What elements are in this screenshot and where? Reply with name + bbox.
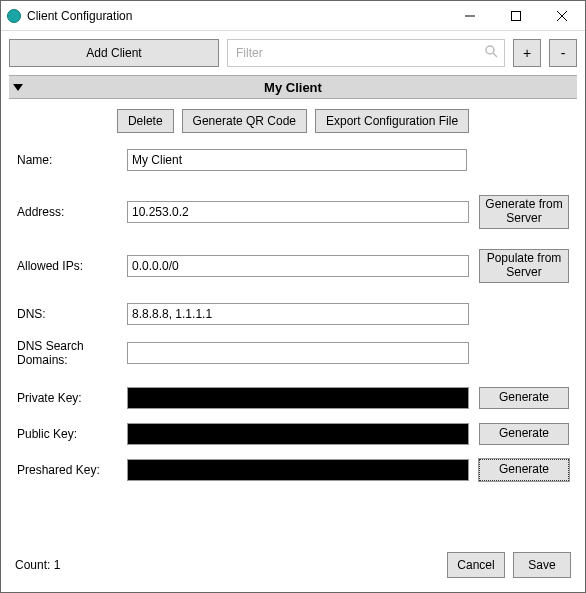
label-name: Name:: [17, 153, 117, 167]
row-public-key: Public Key: Generate: [17, 423, 569, 445]
filter-input[interactable]: [228, 40, 504, 66]
name-field[interactable]: [127, 149, 467, 171]
save-button[interactable]: Save: [513, 552, 571, 578]
count-label: Count: 1: [15, 558, 439, 572]
generate-from-server-button[interactable]: Generate from Server: [479, 195, 569, 229]
minimize-button[interactable]: [447, 1, 493, 30]
preshared-key-field[interactable]: [127, 459, 469, 481]
maximize-button[interactable]: [493, 1, 539, 30]
window-title: Client Configuration: [27, 9, 447, 23]
row-private-key: Private Key: Generate: [17, 387, 569, 409]
section-actions: Delete Generate QR Code Export Configura…: [1, 99, 585, 137]
row-allowed-ips: Allowed IPs: Populate from Server: [17, 249, 569, 283]
close-button[interactable]: [539, 1, 585, 30]
row-name: Name:: [17, 149, 569, 171]
label-address: Address:: [17, 205, 117, 219]
titlebar: Client Configuration: [1, 1, 585, 31]
delete-button[interactable]: Delete: [117, 109, 174, 133]
chevron-down-icon: [13, 84, 23, 91]
allowed-ips-field[interactable]: [127, 255, 469, 277]
section-title: My Client: [9, 80, 577, 95]
label-allowed-ips: Allowed IPs:: [17, 259, 117, 273]
side-label: Server: [506, 265, 541, 279]
side-label: Server: [506, 211, 541, 225]
app-icon: [7, 9, 21, 23]
private-key-field[interactable]: [127, 387, 469, 409]
label-dns: DNS:: [17, 307, 117, 321]
bottom-bar: Count: 1 Cancel Save: [1, 542, 585, 592]
add-client-button[interactable]: Add Client: [9, 39, 219, 67]
side-label: Populate from: [487, 251, 562, 265]
svg-rect-1: [512, 11, 521, 20]
generate-public-key-button[interactable]: Generate: [479, 423, 569, 445]
row-dns: DNS:: [17, 303, 569, 325]
label-text: DNS Search: [17, 339, 84, 353]
generate-preshared-key-button[interactable]: Generate: [479, 459, 569, 481]
export-config-button[interactable]: Export Configuration File: [315, 109, 469, 133]
section-header[interactable]: My Client: [9, 75, 577, 99]
cancel-button[interactable]: Cancel: [447, 552, 505, 578]
address-field[interactable]: [127, 201, 469, 223]
filter-wrapper: [227, 39, 505, 67]
dns-search-field[interactable]: [127, 342, 469, 364]
dns-field[interactable]: [127, 303, 469, 325]
window-controls: [447, 1, 585, 30]
label-text: Domains:: [17, 353, 68, 367]
remove-button[interactable]: -: [549, 39, 577, 67]
svg-line-5: [493, 53, 497, 57]
search-icon: [485, 45, 498, 61]
generate-private-key-button[interactable]: Generate: [479, 387, 569, 409]
row-dns-search: DNS Search Domains:: [17, 339, 569, 367]
populate-from-server-button[interactable]: Populate from Server: [479, 249, 569, 283]
toolbar: Add Client + -: [1, 31, 585, 75]
label-dns-search: DNS Search Domains:: [17, 339, 117, 367]
svg-point-4: [486, 46, 494, 54]
label-private-key: Private Key:: [17, 391, 117, 405]
label-public-key: Public Key:: [17, 427, 117, 441]
generate-qr-button[interactable]: Generate QR Code: [182, 109, 307, 133]
label-preshared-key: Preshared Key:: [17, 463, 117, 477]
form-area: Name: Address: Generate from Server Allo…: [1, 137, 585, 542]
row-address: Address: Generate from Server: [17, 195, 569, 229]
add-button[interactable]: +: [513, 39, 541, 67]
row-preshared-key: Preshared Key: Generate: [17, 459, 569, 481]
public-key-field[interactable]: [127, 423, 469, 445]
side-label: Generate from: [485, 197, 562, 211]
